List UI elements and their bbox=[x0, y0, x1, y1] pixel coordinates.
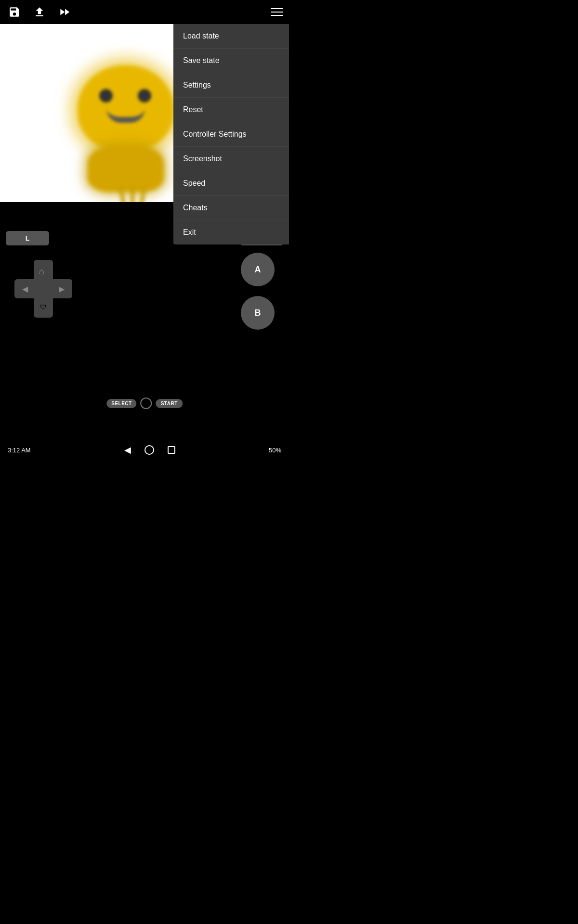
menu-item-reset[interactable]: Reset bbox=[173, 98, 289, 122]
menu-item-load-state[interactable]: Load state bbox=[173, 24, 289, 49]
select-start-area: SELECT START bbox=[106, 398, 183, 409]
battery-percent: 50% bbox=[269, 447, 281, 454]
menu-item-screenshot[interactable]: Screenshot bbox=[173, 147, 289, 171]
dpad-center bbox=[34, 279, 53, 298]
a-button[interactable]: A bbox=[241, 253, 275, 286]
home-nav-button[interactable] bbox=[144, 445, 154, 455]
menu-item-speed[interactable]: Speed bbox=[173, 171, 289, 196]
l-button[interactable]: L bbox=[6, 231, 49, 245]
home-circle-button[interactable] bbox=[141, 398, 152, 409]
navigation-bar: ◀ bbox=[124, 445, 175, 455]
save-button[interactable] bbox=[6, 3, 23, 21]
b-button[interactable]: B bbox=[241, 296, 275, 330]
dpad-up-button[interactable] bbox=[34, 260, 53, 281]
back-button[interactable]: ◀ bbox=[124, 445, 131, 455]
status-time: 3:12 AM bbox=[8, 447, 31, 454]
shield-icon bbox=[40, 303, 47, 311]
start-button[interactable]: START bbox=[156, 399, 183, 408]
home-icon bbox=[39, 267, 48, 274]
dpad-down-button[interactable] bbox=[34, 296, 53, 318]
dpad-right-button[interactable]: ▶ bbox=[51, 279, 72, 298]
menu-button[interactable] bbox=[266, 3, 283, 21]
dpad-left-button[interactable]: ◀ bbox=[14, 279, 36, 298]
dropdown-menu: Load stateSave stateSettingsResetControl… bbox=[173, 24, 289, 244]
menu-item-controller-settings[interactable]: Controller Settings bbox=[173, 122, 289, 147]
left-arrow-icon: ◀ bbox=[22, 284, 28, 294]
system-bar: 3:12 AM ◀ 50% bbox=[0, 438, 289, 462]
game-character bbox=[63, 55, 188, 180]
dpad: ◀ ▶ bbox=[14, 260, 72, 318]
upload-button[interactable] bbox=[31, 3, 48, 21]
right-arrow-icon: ▶ bbox=[59, 284, 65, 294]
controller-area: L R ◀ ▶ A B SELECT START bbox=[0, 212, 289, 438]
select-button[interactable]: SELECT bbox=[106, 399, 136, 408]
fast-forward-button[interactable] bbox=[56, 3, 73, 21]
recents-nav-button[interactable] bbox=[168, 446, 175, 454]
menu-item-settings[interactable]: Settings bbox=[173, 73, 289, 98]
toolbar bbox=[0, 0, 289, 24]
menu-item-cheats[interactable]: Cheats bbox=[173, 196, 289, 220]
menu-item-save-state[interactable]: Save state bbox=[173, 49, 289, 73]
menu-item-exit[interactable]: Exit bbox=[173, 220, 289, 244]
